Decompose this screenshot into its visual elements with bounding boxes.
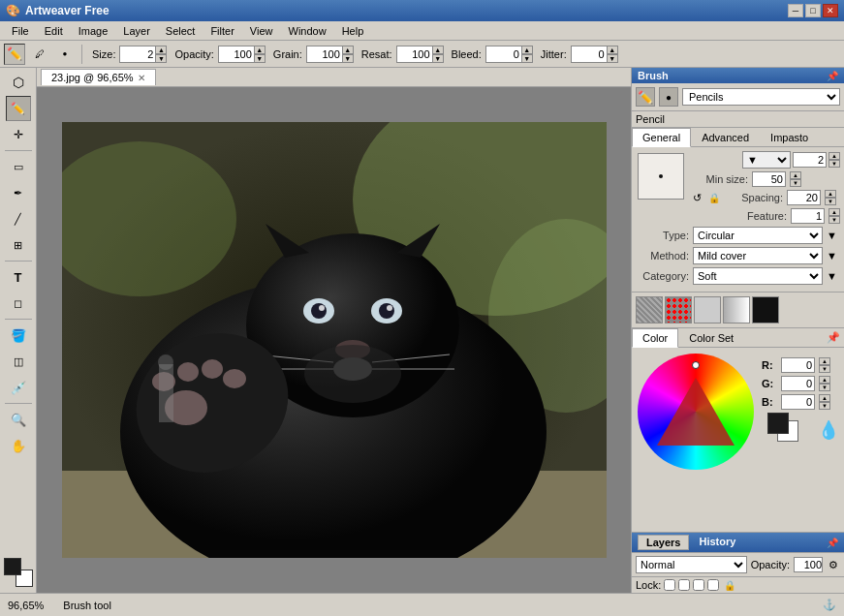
maximize-button[interactable]: □: [805, 4, 821, 17]
zoom-tool[interactable]: 🔍: [6, 407, 31, 432]
canvas-container[interactable]: [37, 87, 631, 593]
resat-up[interactable]: ▲: [432, 46, 444, 54]
g-down[interactable]: ▼: [819, 384, 830, 391]
canvas-image[interactable]: [62, 122, 607, 558]
layers-tab-history[interactable]: History: [691, 535, 743, 550]
brush-tab-general[interactable]: General: [632, 128, 691, 147]
spacing-up[interactable]: ▲: [825, 190, 836, 198]
minsize-down[interactable]: ▼: [790, 179, 801, 187]
brush-panel-pin[interactable]: 📌: [827, 71, 838, 81]
brush-tool[interactable]: ✏️: [6, 96, 31, 121]
shape-tool[interactable]: ◻: [6, 291, 31, 316]
size-up[interactable]: ▲: [155, 46, 167, 54]
spacing-input[interactable]: [787, 190, 821, 205]
fg-color-swatch[interactable]: [4, 558, 21, 575]
brush-texture-1[interactable]: [636, 296, 663, 323]
bleed-down[interactable]: ▼: [521, 54, 533, 63]
canvas-tab-item[interactable]: 23.jpg @ 96,65% ✕: [41, 69, 156, 85]
line-tool[interactable]: ╱: [6, 206, 31, 231]
resat-input[interactable]: [396, 46, 433, 63]
move-tool[interactable]: ✛: [6, 122, 31, 147]
menu-item-select[interactable]: Select: [158, 23, 203, 39]
minsize-input[interactable]: [752, 171, 786, 187]
eyedropper-tool[interactable]: 💉: [6, 375, 31, 400]
grain-input[interactable]: [306, 46, 343, 63]
menu-item-layer[interactable]: Layer: [115, 23, 158, 39]
hand-tool[interactable]: ✋: [6, 433, 31, 458]
stamp-tool[interactable]: ⊞: [6, 232, 31, 258]
eyedropper-icon[interactable]: 💧: [818, 419, 839, 441]
feature-up[interactable]: ▲: [828, 208, 840, 216]
minsize-up[interactable]: ▲: [790, 171, 801, 179]
menu-item-image[interactable]: Image: [71, 23, 116, 39]
color-tab-colorset[interactable]: Color Set: [678, 328, 744, 347]
bleed-up[interactable]: ▲: [521, 46, 533, 54]
feature-input[interactable]: [791, 208, 825, 224]
refresh-icon[interactable]: ↺: [690, 191, 703, 204]
text-tool[interactable]: T: [6, 264, 31, 290]
brush-dot-icon[interactable]: ●: [659, 87, 678, 107]
fg-bg-swatch[interactable]: [4, 558, 33, 587]
feature-down[interactable]: ▼: [828, 216, 840, 224]
layers-panel-pin[interactable]: 📌: [827, 538, 838, 548]
lock-layer-checkbox[interactable]: [693, 579, 704, 591]
lock-icon[interactable]: 🔒: [707, 191, 721, 204]
canvas-tab-close[interactable]: ✕: [138, 73, 145, 83]
jitter-up[interactable]: ▲: [607, 46, 618, 54]
close-button[interactable]: ✕: [823, 4, 838, 17]
fg-color-box[interactable]: [767, 413, 789, 434]
layer-mode-select[interactable]: Normal: [636, 556, 747, 573]
lock-pixels-checkbox[interactable]: [664, 579, 675, 591]
pencil-icon[interactable]: 🖊: [29, 44, 50, 65]
bleed-input[interactable]: [485, 46, 522, 63]
resat-down[interactable]: ▼: [432, 54, 444, 63]
size-down[interactable]: ▼: [155, 54, 167, 63]
layers-tab-layers[interactable]: Layers: [638, 535, 689, 550]
jitter-input[interactable]: [571, 46, 608, 63]
r-up[interactable]: ▲: [819, 357, 830, 365]
lock-alpha-checkbox[interactable]: [707, 579, 719, 591]
layer-settings-icon[interactable]: ⚙: [827, 558, 840, 571]
opacity-up[interactable]: ▲: [254, 46, 266, 54]
b-up[interactable]: ▲: [819, 394, 830, 402]
g-up[interactable]: ▲: [819, 376, 830, 384]
opacity-input[interactable]: [218, 46, 255, 63]
r-down[interactable]: ▼: [819, 365, 830, 373]
menu-item-edit[interactable]: Edit: [37, 23, 71, 39]
size-down-btn[interactable]: ▼: [828, 160, 840, 168]
menu-item-help[interactable]: Help: [334, 23, 372, 39]
color-tab-color[interactable]: Color: [632, 328, 678, 348]
brush-texture-5[interactable]: [752, 296, 779, 323]
menu-item-window[interactable]: Window: [281, 23, 334, 39]
opacity-down[interactable]: ▼: [254, 54, 266, 63]
select-tool[interactable]: ⬡: [6, 70, 31, 95]
menu-item-view[interactable]: View: [242, 23, 281, 39]
type-dropdown-arrow[interactable]: ▼: [827, 230, 840, 241]
color-panel-pin[interactable]: 📌: [827, 328, 840, 347]
brush-texture-4[interactable]: [723, 296, 750, 323]
brush-tab-advanced[interactable]: Advanced: [691, 128, 760, 146]
menu-item-filter[interactable]: Filter: [203, 23, 241, 39]
brush-shape-dropdown[interactable]: ▼: [742, 151, 791, 169]
brush-pencil-icon[interactable]: ✏️: [636, 87, 655, 107]
brush-tool-icon[interactable]: ✏️: [4, 44, 25, 65]
pencil-tool[interactable]: ✒: [6, 180, 31, 205]
brush-tab-impasto[interactable]: Impasto: [760, 128, 819, 146]
brush-texture-3[interactable]: [694, 296, 721, 323]
lock-position-checkbox[interactable]: [678, 579, 690, 591]
size-up-btn[interactable]: ▲: [828, 152, 840, 160]
fill-tool[interactable]: 🪣: [6, 323, 31, 348]
jitter-down[interactable]: ▼: [607, 54, 618, 63]
menu-item-file[interactable]: File: [4, 23, 37, 39]
dot-tool-icon[interactable]: ●: [54, 44, 76, 65]
method-dropdown-arrow[interactable]: ▼: [827, 250, 840, 262]
size-input[interactable]: [119, 46, 156, 63]
size-value[interactable]: [793, 152, 827, 168]
brush-category-dropdown[interactable]: Pencils: [682, 88, 840, 106]
b-input[interactable]: [781, 394, 815, 410]
method-select[interactable]: Mild cover: [693, 247, 823, 264]
r-input[interactable]: [781, 357, 815, 373]
g-input[interactable]: [781, 376, 815, 391]
eraser-tool[interactable]: ▭: [6, 154, 31, 179]
gradient-tool[interactable]: ◫: [6, 349, 31, 374]
